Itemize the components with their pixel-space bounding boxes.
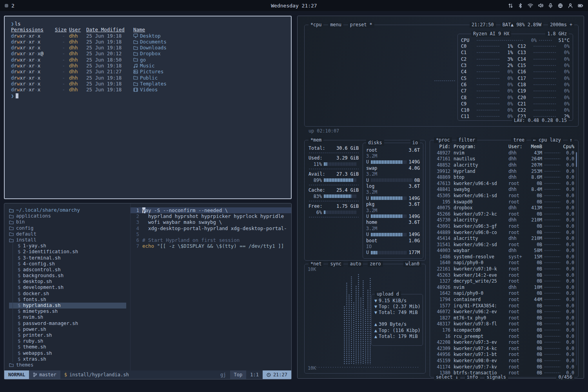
process-row[interactable]: 1577irq/81-PIXA3854: root0B 0.0: [433, 303, 574, 309]
tree-file[interactable]: $password-manager.sh: [9, 321, 130, 327]
process-row[interactable]: 16rcu_preempt root0B 0.0: [433, 333, 574, 339]
process-row[interactable]: 42309kworker/u97:4-kc root0B 0.0: [433, 345, 574, 352]
code-buffer[interactable]: 1 yay -S --noconfirm --needed \ 2 hyprla…: [131, 203, 291, 370]
user-icon[interactable]: [568, 3, 573, 8]
btop-window[interactable]: *cpumenupreset * 21:27:50BAT▲ 98% 2.89W2…: [297, 16, 584, 379]
net-button[interactable]: zero: [368, 261, 383, 267]
tree-folder[interactable]: applications: [9, 213, 130, 219]
tree-file[interactable]: $4-config.sh: [9, 261, 130, 267]
process-row[interactable]: 42208kworker/u97:3-ev root0B 0.0: [433, 339, 574, 345]
process-row[interactable]: 48852alacritty dhh207M 0.0: [433, 162, 574, 168]
code-line[interactable]: 1 yay -S --noconfirm --needed \: [131, 207, 291, 213]
box-label[interactable]: preset *: [348, 22, 374, 28]
tree-file[interactable]: $fonts.sh: [9, 297, 130, 303]
tree-folder[interactable]: config: [9, 225, 130, 231]
process-row[interactable]: 48926nvim dhh10M 0.0: [433, 284, 574, 290]
cpu-status-chip[interactable]: BAT▲ 98% 2.89W: [501, 22, 543, 28]
process-row[interactable]: 45730alacritty dhh210M 0.0: [433, 217, 574, 223]
ls-name[interactable]: Dropbox: [133, 51, 285, 56]
ls-name[interactable]: Pictures: [133, 69, 285, 74]
tree-file-selected[interactable]: $hyprlandia.sh: [9, 303, 126, 309]
net-interface[interactable]: wlan0: [403, 261, 421, 267]
tree-file[interactable]: $printer.sh: [9, 332, 130, 338]
ls-name[interactable]: Templates: [133, 81, 285, 87]
transfer-arrows-icon[interactable]: [508, 3, 513, 8]
code-line[interactable]: 7 echo "[[ -z \$DISPLAY && \$(tty) == /d…: [131, 243, 291, 249]
proc-footer-chip[interactable]: signals: [485, 374, 508, 380]
proc-chip[interactable]: *proc: [434, 137, 452, 143]
process-row[interactable]: 44003waybar dhh58M 0.0: [433, 248, 574, 254]
process-row[interactable]: 40075dropbox dhh413M 0.0: [433, 205, 574, 211]
battery-icon[interactable]: [578, 4, 583, 8]
tree-folder[interactable]: themes: [9, 362, 130, 368]
process-row[interactable]: 195kswapd0 root0B 0.0: [433, 199, 574, 205]
process-row[interactable]: 45159kworker/u98:0-ev root0B 0.0: [433, 358, 574, 364]
process-row[interactable]: 47613kworker/u96:4-sd root0B 0.0: [433, 180, 574, 187]
proc-chip[interactable]: tree: [511, 137, 526, 143]
process-row[interactable]: 1486systemd-resolve syst+15M 0.0: [433, 254, 574, 260]
net-button[interactable]: auto: [348, 261, 363, 267]
tree-file[interactable]: $3-terminal.sh: [9, 255, 130, 261]
tree-root[interactable]: ~/.local/share/omarchy: [9, 207, 130, 213]
network-icon[interactable]: [558, 3, 563, 8]
process-row[interactable]: 31541kworker/u96:2-sd root0B 0.0: [433, 241, 574, 248]
process-row[interactable]: 176kcompactd0 root0B 0.0: [433, 327, 574, 333]
ls-name[interactable]: Documents: [133, 39, 285, 45]
tree-file[interactable]: $nvim.sh: [9, 314, 130, 320]
process-row[interactable]: 39912Hyprland dhh253M 0.0: [433, 168, 574, 174]
tree-file[interactable]: $backgrounds.sh: [9, 273, 130, 279]
tree-file[interactable]: $power.sh: [9, 327, 130, 332]
box-label[interactable]: menu: [328, 22, 343, 28]
proc-chip[interactable]: ↑: [568, 137, 574, 143]
workspace-indicator[interactable]: 2: [5, 3, 15, 9]
memory-title[interactable]: *mem: [309, 137, 323, 143]
code-line[interactable]: 6 # Start Hyprland on first session: [131, 237, 291, 243]
tree-file[interactable]: $mimetypes.sh: [9, 309, 130, 314]
process-row[interactable]: 44889kworker/u96:0-co root0B 0.0: [433, 229, 574, 236]
process-row[interactable]: 1327dmcrypt_write/25 root0B 0.0: [433, 278, 574, 284]
microphone-icon[interactable]: [548, 3, 553, 8]
process-row[interactable]: 1794containerd root44M 0.0: [433, 296, 574, 303]
tree-folder[interactable]: default: [9, 231, 130, 237]
tree-file[interactable]: $desktop.sh: [9, 279, 130, 285]
ls-name[interactable]: Public: [133, 75, 285, 81]
process-row[interactable]: 46072kworker/u96:2-ev root0B 0.0: [433, 309, 574, 315]
process-row[interactable]: 1642napi/phy0-0 root0B 0.0: [433, 290, 574, 297]
tree-folder[interactable]: install: [9, 237, 130, 243]
git-branch-segment[interactable]: master: [29, 370, 60, 379]
code-line[interactable]: 5: [131, 231, 291, 237]
proc-footer-chip[interactable]: select ↓: [434, 374, 460, 380]
process-row[interactable]: 41174kworker/u97:7-kv root0B 0.0: [433, 364, 574, 370]
disks-io-toggle[interactable]: io: [410, 140, 420, 146]
proc-chip[interactable]: filter: [457, 137, 477, 143]
code-line[interactable]: 2 hyprland hyprshot hyprpicker hyprlock …: [131, 213, 291, 219]
process-row[interactable]: 45305kworker/u96:1-sd root0B 0.0: [433, 192, 574, 199]
proc-footer-chip[interactable]: info: [465, 374, 480, 380]
tree-file[interactable]: $1-yay.sh: [9, 243, 130, 249]
process-row[interactable]: 48869btop dhh8.6M 0.0: [433, 174, 574, 180]
terminal-window-ls[interactable]: ❯ ls PermissionsSizeUserDate ModifiedNam…: [4, 16, 292, 199]
process-row[interactable]: 48841swaybg dhh8.4M 0.0: [433, 187, 574, 193]
code-line[interactable]: 3 wofi waybar mako swaybg \: [131, 219, 291, 225]
proc-chip[interactable]: ← cpu lazy: [531, 137, 563, 143]
tree-file[interactable]: $webapps.sh: [9, 350, 130, 356]
process-row[interactable]: 22161kworker/u97:10-k root0B 0.0: [433, 266, 574, 272]
wifi-icon[interactable]: [528, 3, 533, 8]
editor-window-nvim[interactable]: ~/.local/share/omarchyapplicationsbincon…: [4, 203, 292, 379]
current-prompt-line[interactable]: ❯: [11, 93, 285, 99]
ls-name[interactable]: Music: [133, 63, 285, 69]
process-scrollbar[interactable]: [576, 152, 577, 365]
cpu-status-chip[interactable]: 21:27:50: [470, 22, 496, 28]
ls-name[interactable]: Videos: [133, 87, 285, 93]
process-row[interactable]: 1640napi/phy0-0 root0B 0.0: [433, 260, 574, 266]
process-row[interactable]: 1827mt76-tx phy0 root0B 0.0: [433, 315, 574, 321]
box-label[interactable]: *cpu: [309, 22, 323, 28]
tree-file[interactable]: $adscontrol.sh: [9, 267, 130, 273]
code-line[interactable]: 4 xdg-desktop-portal-hyprland xdg-deskto…: [131, 225, 291, 231]
cpu-status-chip[interactable]: 2000ms +: [548, 22, 574, 28]
process-row[interactable]: 48927nvim dhh43M 0.0: [433, 150, 574, 156]
ls-name[interactable]: Downloads: [133, 45, 285, 51]
process-row[interactable]: 44956kworker/u97:1-bt root0B 0.0: [433, 352, 574, 358]
volume-icon[interactable]: [538, 3, 543, 8]
disks-title[interactable]: disks: [366, 140, 384, 146]
